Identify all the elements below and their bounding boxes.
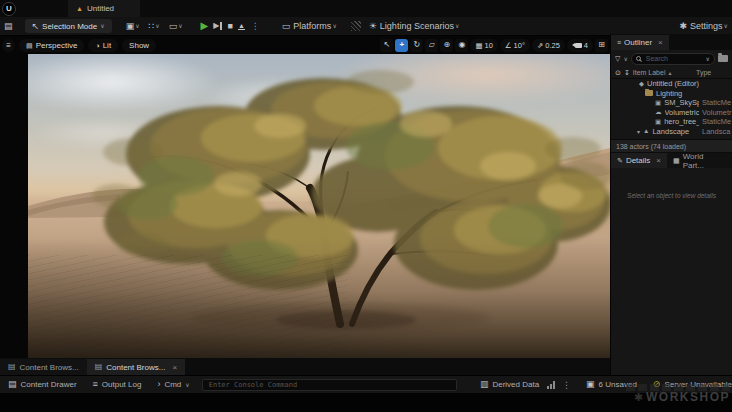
scale-tool-button[interactable]: ▱	[425, 39, 438, 52]
bar-chart-icon[interactable]	[547, 381, 555, 389]
viewport-options-button[interactable]: ≡	[2, 39, 15, 52]
pin-icon[interactable]: ↧	[624, 69, 630, 76]
cloud-icon: ☁	[655, 109, 662, 116]
revision-control-status[interactable]: ⊘ Server Unavailable	[645, 376, 732, 393]
folder-add-icon[interactable]	[718, 55, 728, 62]
static-mesh-icon: ▣	[655, 100, 661, 107]
eject-button[interactable]: ▲	[238, 22, 245, 30]
world-space-toggle[interactable]: ⊕	[440, 39, 453, 52]
blueprints-button[interactable]: ∷ ∨	[149, 22, 160, 31]
maximize-viewport-button[interactable]: ⊞	[595, 39, 608, 52]
status-bar-right: ▥ Derived Data ⋮ ▣ 6 Unsaved ⊘ Server Un…	[472, 376, 732, 393]
outliner-row-lighting[interactable]: Lighting	[611, 89, 732, 99]
more-options-icon[interactable]: ⋮	[562, 380, 571, 390]
sun-icon: ☀	[369, 22, 377, 31]
add-actor-button[interactable]: ▣ ∨	[126, 22, 140, 31]
row-type: StaticMe	[702, 117, 732, 126]
settings-label: Settings	[690, 22, 723, 31]
outliner-row-hero-tree[interactable]: ▣ hero_tree_01a StaticMe	[611, 117, 732, 127]
scale-snap-control[interactable]: ⇗ 0.25	[532, 39, 565, 52]
diagonal-stripes-icon	[351, 21, 361, 31]
eye-icon[interactable]: ⊙	[615, 69, 621, 76]
settings-dropdown[interactable]: ✱ Settings ∨	[680, 22, 728, 31]
cinematics-button[interactable]: ▭ ∨	[169, 22, 183, 31]
row-label: hero_tree_01a	[664, 117, 699, 126]
platforms-dropdown[interactable]: ▭ Platforms ∨	[282, 22, 337, 31]
search-icon	[636, 56, 641, 61]
transform-tools: ↖ + ↻ ▱ ⊕ ◉ ▦ 10 ∠ 10° ⇗ 0.25	[380, 39, 608, 52]
view-mode-dropdown[interactable]: ◑ Lit	[88, 39, 118, 52]
unreal-engine-logo-icon[interactable]: U	[2, 2, 16, 16]
show-dropdown[interactable]: Show	[122, 39, 156, 52]
cmd-dropdown[interactable]: › Cmd ∨	[149, 376, 197, 393]
tab-content-browser-2[interactable]: ▤ Content Brows... ×	[87, 359, 185, 375]
tab-content-browser-1[interactable]: ▤ Content Brows...	[0, 359, 87, 375]
viewport-toolbar: ≡ ▤ Perspective ◑ Lit Show ↖ + ↻ ▱ ⊕ ◉ ▦	[2, 38, 608, 52]
tab-world-partition[interactable]: ▦ World Part...	[667, 153, 732, 168]
surface-snap-toggle[interactable]: ◉	[455, 39, 468, 52]
search-input[interactable]	[644, 54, 703, 63]
sand-ripples	[28, 255, 348, 358]
camera-speed-value: 4	[584, 41, 588, 50]
move-tool-button[interactable]: +	[395, 39, 408, 52]
content-drawer-label: Content Drawer	[21, 380, 77, 389]
log-icon: ≡	[93, 380, 98, 389]
blueprint-nodes-icon: ∷	[149, 22, 155, 31]
rotate-tool-button[interactable]: ↻	[410, 39, 423, 52]
perspective-dropdown[interactable]: ▤ Perspective	[19, 39, 84, 52]
play-options-button[interactable]: ⋮	[251, 21, 260, 31]
rotation-snap-control[interactable]: ∠ 10°	[500, 39, 530, 52]
column-type[interactable]: Type	[696, 69, 728, 76]
outliner-row-sm-skysphere[interactable]: ▣ SM_SkySphe StaticMe	[611, 98, 732, 108]
console-prompt-icon: ›	[157, 380, 160, 389]
chevron-down-icon: ∨	[155, 23, 159, 29]
outliner-row-volumetric-cloud[interactable]: ☁ VolumetricC Volumetr	[611, 108, 732, 118]
viewport-scene[interactable]	[28, 54, 610, 358]
row-label: SM_SkySphe	[664, 98, 699, 107]
level-tab[interactable]: ▲ Untitled	[68, 0, 140, 17]
tab-outliner[interactable]: ≡ Outliner ×	[611, 35, 669, 50]
expander-icon[interactable]: ▾	[637, 128, 640, 135]
derived-data-button[interactable]: ▥ Derived Data	[472, 376, 547, 393]
close-icon[interactable]: ×	[658, 38, 663, 47]
outliner-row-landscape[interactable]: ▾ ▲ Landscape Landsca	[611, 127, 732, 137]
content-browser-tab-label: Content Brows...	[20, 363, 79, 372]
play-button[interactable]: ▶	[201, 21, 209, 31]
tab-details[interactable]: ✎ Details ×	[611, 153, 667, 168]
chevron-down-icon: ∨	[455, 23, 459, 29]
drawer-icon: ▤	[8, 380, 17, 389]
filter-funnel-icon[interactable]: ▽	[615, 55, 620, 62]
outliner-row-untitled-editor[interactable]: ◆ Untitled (Editor)	[611, 79, 732, 89]
chevron-down-icon: ∨	[724, 23, 728, 29]
server-warning-icon: ⊘	[653, 380, 661, 389]
close-icon[interactable]: ×	[656, 156, 661, 165]
save-button[interactable]: ▤	[4, 22, 13, 31]
gear-icon: ✱	[680, 22, 688, 31]
chevron-down-icon: ∨	[623, 56, 627, 62]
select-tool-button[interactable]: ↖	[380, 39, 393, 52]
camera-speed-control[interactable]: 4	[567, 39, 593, 52]
item-label-text: Item Label	[633, 69, 666, 76]
perspective-icon: ▤	[26, 42, 33, 49]
chevron-down-icon: ∨	[332, 23, 336, 29]
bottom-tab-bar: ▤ Content Brows... ▤ Content Brows... ×	[0, 358, 610, 375]
content-drawer-button[interactable]: ▤ Content Drawer	[0, 376, 85, 393]
lit-sphere-icon: ◑	[95, 42, 99, 49]
derived-data-icon: ▥	[480, 380, 489, 389]
console-command-box[interactable]	[202, 379, 457, 391]
grid-snap-control[interactable]: ▦ 10	[470, 39, 497, 52]
output-log-button[interactable]: ≡ Output Log	[85, 376, 150, 393]
lighting-scenarios-dropdown[interactable]: ☀ Lighting Scenarios ∨	[369, 22, 460, 31]
unsaved-button[interactable]: ▣ 6 Unsaved	[578, 376, 645, 393]
cursor-icon: ↖	[32, 22, 40, 31]
perspective-label: Perspective	[36, 41, 78, 50]
content-browser-icon: ▤	[95, 363, 103, 371]
skip-frame-button[interactable]: ▶	[213, 22, 222, 30]
platforms-label: Platforms	[293, 22, 331, 31]
column-item-label[interactable]: Item Label ▲	[633, 69, 693, 76]
selection-mode-dropdown[interactable]: ↖ Selection Mode ∨	[25, 19, 112, 33]
stop-button[interactable]: ■	[227, 22, 232, 31]
outliner-search-box[interactable]: ∨	[631, 53, 715, 65]
console-command-input[interactable]	[207, 380, 452, 390]
close-icon[interactable]: ×	[172, 363, 177, 372]
